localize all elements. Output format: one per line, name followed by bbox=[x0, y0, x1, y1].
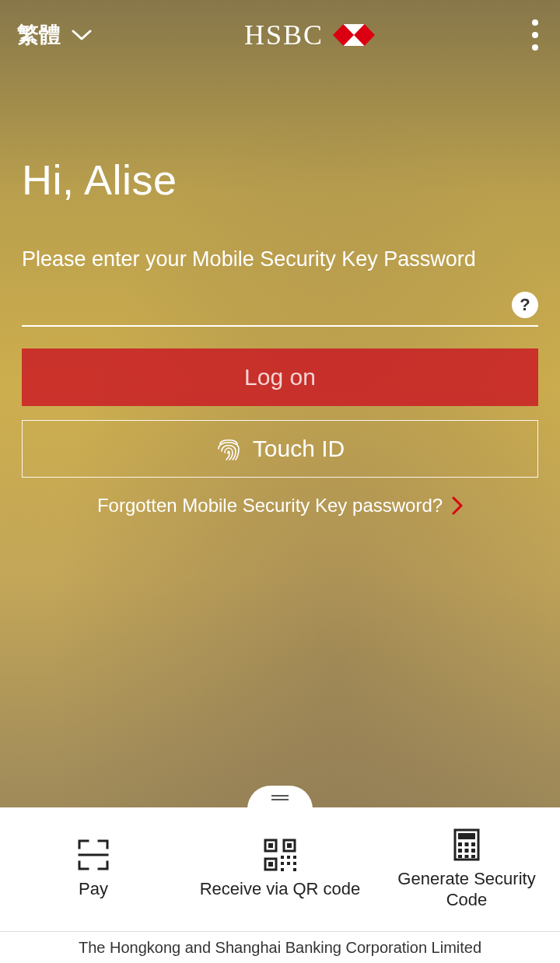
more-menu-button[interactable] bbox=[527, 15, 543, 55]
dot-icon bbox=[532, 44, 538, 51]
footer-text: The Hongkong and Shanghai Banking Corpor… bbox=[79, 939, 481, 957]
svg-rect-26 bbox=[458, 855, 462, 858]
svg-rect-22 bbox=[471, 842, 475, 846]
svg-rect-17 bbox=[293, 862, 296, 865]
password-input-row: ? bbox=[22, 286, 538, 327]
svg-rect-16 bbox=[293, 868, 296, 871]
pay-action[interactable]: Pay bbox=[1, 839, 186, 899]
receive-qr-action[interactable]: Receive via QR code bbox=[187, 839, 373, 899]
chevron-right-icon bbox=[452, 496, 463, 515]
instruction-text: Please enter your Mobile Security Key Pa… bbox=[22, 246, 538, 273]
svg-rect-5 bbox=[268, 843, 273, 848]
generate-code-label: Generate Security Code bbox=[382, 869, 551, 910]
language-selector[interactable]: 繁體 bbox=[17, 20, 92, 50]
greeting-text: Hi, Alise bbox=[22, 156, 538, 204]
svg-rect-23 bbox=[458, 849, 462, 853]
svg-rect-25 bbox=[471, 849, 475, 853]
svg-rect-12 bbox=[293, 856, 296, 859]
logon-button[interactable]: Log on bbox=[22, 348, 538, 406]
pay-label: Pay bbox=[79, 879, 108, 899]
login-screen: 繁體 HSBC Hi, Alise Please enter your Mobi… bbox=[0, 0, 560, 963]
brand-logo: HSBC bbox=[244, 19, 375, 51]
question-mark-icon: ? bbox=[520, 295, 530, 315]
svg-rect-27 bbox=[465, 855, 469, 858]
touch-id-button-label: Touch ID bbox=[253, 436, 345, 462]
generate-code-action[interactable]: Generate Security Code bbox=[374, 828, 559, 910]
security-code-icon bbox=[450, 828, 483, 861]
dot-icon bbox=[532, 19, 538, 26]
receive-qr-label: Receive via QR code bbox=[200, 879, 361, 899]
greeting-section: Hi, Alise Please enter your Mobile Secur… bbox=[22, 156, 538, 273]
language-label: 繁體 bbox=[17, 20, 61, 50]
forgot-password-label: Forgotten Mobile Security Key password? bbox=[97, 495, 443, 517]
svg-rect-14 bbox=[287, 862, 290, 865]
svg-rect-9 bbox=[268, 862, 273, 867]
svg-rect-7 bbox=[287, 843, 292, 848]
logon-button-label: Log on bbox=[244, 364, 316, 390]
svg-rect-20 bbox=[458, 842, 462, 846]
svg-rect-19 bbox=[458, 833, 475, 839]
dot-icon bbox=[532, 32, 538, 38]
hsbc-hexagon-icon bbox=[333, 24, 375, 46]
quick-actions-bar: Pay bbox=[0, 807, 560, 932]
brand-name: HSBC bbox=[244, 19, 324, 51]
forgot-password-link[interactable]: Forgotten Mobile Security Key password? bbox=[22, 495, 538, 517]
header-bar: 繁體 HSBC bbox=[0, 0, 560, 70]
svg-rect-28 bbox=[471, 855, 475, 858]
help-button[interactable]: ? bbox=[512, 292, 538, 318]
qr-code-icon bbox=[264, 839, 296, 871]
scan-pay-icon bbox=[77, 839, 110, 871]
svg-rect-13 bbox=[281, 862, 284, 865]
chevron-down-icon bbox=[72, 29, 92, 41]
drag-handle-icon bbox=[271, 795, 289, 800]
svg-rect-11 bbox=[287, 856, 290, 859]
svg-rect-24 bbox=[465, 849, 469, 853]
svg-rect-10 bbox=[281, 856, 284, 859]
footer-legal: The Hongkong and Shanghai Banking Corpor… bbox=[0, 932, 560, 963]
svg-rect-21 bbox=[465, 842, 469, 846]
svg-rect-15 bbox=[281, 868, 284, 871]
fingerprint-icon bbox=[215, 436, 242, 462]
security-key-password-input[interactable] bbox=[22, 286, 512, 324]
touch-id-button[interactable]: Touch ID bbox=[22, 420, 538, 478]
